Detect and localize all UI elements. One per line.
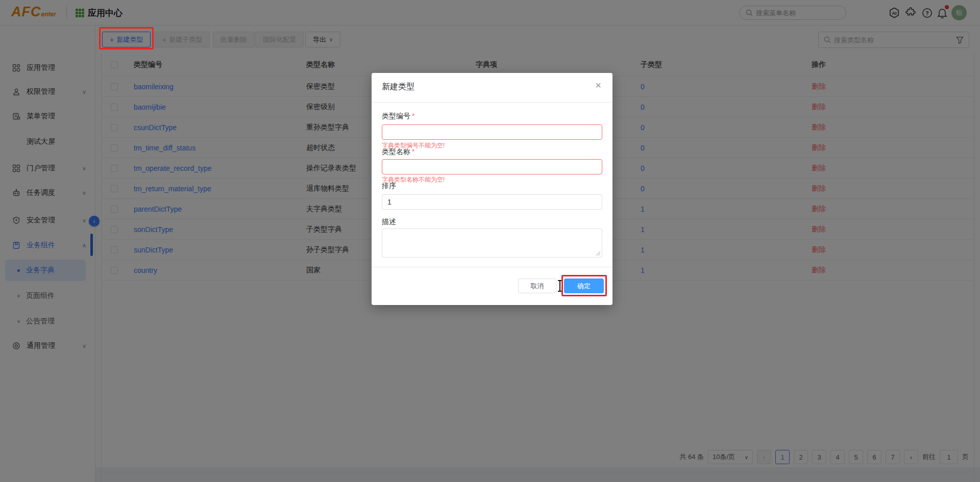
code-field-input[interactable] — [382, 124, 602, 140]
cancel-button[interactable]: 取消 — [518, 278, 556, 293]
dialog-footer-divider — [372, 267, 612, 267]
name-field-label: 类型名称* — [382, 147, 414, 157]
code-field-label: 类型编号* — [382, 112, 414, 121]
new-type-dialog: 新建类型 × 类型编号* 字典类型编号不能为空! 类型名称* 字典类型名称不能为… — [372, 73, 612, 305]
name-field-input[interactable] — [382, 159, 602, 174]
confirm-button[interactable]: 确定 — [564, 278, 604, 293]
desc-field-label: 描述 — [382, 217, 396, 226]
required-asterisk: * — [412, 147, 414, 156]
desc-field-textarea[interactable] — [382, 229, 602, 258]
required-asterisk: * — [412, 112, 414, 120]
close-icon[interactable]: × — [591, 78, 605, 92]
text-cursor-artifact — [558, 280, 562, 292]
sort-field-label: 排序 — [382, 182, 396, 191]
sort-field-input[interactable] — [382, 194, 602, 210]
dialog-title: 新建类型 — [382, 82, 414, 92]
dialog-header-divider — [372, 102, 612, 103]
